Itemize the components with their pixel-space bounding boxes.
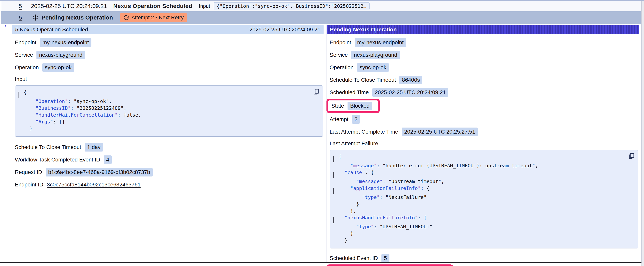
field-row-scheduled-time: Scheduled Time2025-02-25 UTC 20:24:09.21 [330,89,639,96]
collapse-chevron-icon[interactable] [333,217,334,223]
field-label-service: Service [15,52,33,58]
field-label-request-id: Request ID [15,169,42,175]
section-bottom-border [0,262,642,263]
event-id-link[interactable]: 5 [19,3,22,9]
json-line-gutter [17,98,24,100]
json-line-text: } [338,230,353,237]
input-label: Input [15,76,324,82]
copy-icon[interactable] [313,88,320,95]
event-title: Nexus Operation Scheduled [113,3,192,9]
field-row-request-id: Request IDb1c6a4bc-8ee7-468a-9169-df3b02… [15,168,324,176]
json-line: "type": "UPSTREAM_TIMEOUT" [332,223,634,230]
json-line-gutter [332,237,338,239]
collapse-chevron-icon[interactable] [333,156,334,162]
event-detail-header: 5 Nexus Operation Scheduled 2025-02-25 U… [12,25,324,34]
json-line: "message": "handler error (UPSTREAM_TIME… [332,162,634,169]
field-value-badge-operation: sync-op-ok [357,63,389,72]
field-row-schedule-to-close-timeout: Schedule To Close Timeout86400s [330,76,639,84]
field-label-last-attempt-complete-time: Last Attempt Complete Time [330,129,398,135]
field-value-badge-state: Blocked [348,102,372,110]
json-line-text: { [24,89,27,96]
field-row-endpoint-id: Endpoint ID3c0c75ccfa8144b092c13ce632463… [15,181,324,189]
retry-badge-label: Attempt 2 • Next Retry [131,15,184,21]
field-label-schedule-to-close-timeout: Schedule To Close Timeout [15,144,81,150]
field-row-service: Servicenexus-playground [330,51,639,59]
field-label-attempt: Attempt [330,116,348,122]
field-row-last-attempt-complete-time: Last Attempt Complete Time2025-02-25 UTC… [330,128,639,136]
field-row-state: StateBlocked [331,102,372,110]
event-detail-panel: 5 Nexus Operation Scheduled 2025-02-25 U… [12,24,326,263]
field-row-endpoint: Endpointmy-nexus-endpoint [15,39,324,46]
field-label-operation: Operation [15,64,39,71]
field-value-badge-attempt: 2 [352,115,360,124]
field-row-workflow-task-completed-event-id: Workflow Task Completed Event ID4 [15,156,324,164]
json-line-text: "Operation": "sync-op-ok", [24,98,112,105]
history-row-nexus-scheduled[interactable]: 5 2025-02-25 UTC 20:24:09.21 Nexus Opera… [1,1,641,11]
field-value-badge-workflow-task-completed-event-id: 4 [104,155,112,164]
collapse-chevron-icon[interactable] [333,188,334,194]
json-line: } [332,201,634,207]
json-line-gutter [332,162,338,164]
event-id-link[interactable]: 5 [19,14,22,21]
field-value-badge-operation: sync-op-ok [42,63,74,72]
json-line-text: } [338,201,359,207]
json-line-text: "nexusHandlerFailureInfo": { [338,214,427,221]
pending-operation-header-title: Pending Nexus Operation [330,27,397,33]
collapse-chevron-icon[interactable] [333,172,334,178]
collapse-chevron-icon[interactable] [18,92,19,98]
json-line-text: "type": "UPSTREAM_TIMEOUT" [338,223,432,230]
field-value-badge-endpoint: my-nexus-endpoint [355,38,406,47]
field-label-operation: Operation [330,64,354,71]
json-line: "type": "NexusFailure" [332,194,634,201]
field-value-badge-service: nexus-playground [351,51,400,59]
json-line-text: "applicationFailureInfo": { [338,185,430,192]
retry-icon [124,15,129,21]
json-line-gutter [17,112,24,114]
json-line-gutter [17,89,24,98]
pending-operation-title: Pending Nexus Operation [42,14,113,21]
field-value-badge-scheduled-time: 2025-02-25 UTC 20:24:09.21 [372,88,448,97]
copy-icon[interactable] [628,152,635,159]
json-line-gutter [332,201,338,203]
scrollbar-track[interactable] [642,1,644,266]
json-line-gutter [332,153,338,162]
annotation-highlight-blocked-reason: Blocked ReasonThe circuit breaker is ope… [326,264,453,266]
field-label-service: Service [330,52,348,58]
field-label-endpoint: Endpoint [15,39,36,46]
json-line: }, [332,207,634,214]
json-line-text: "HandlerWaitForCancellation": false, [24,112,141,118]
retry-badge: Attempt 2 • Next Retry [120,13,187,22]
json-line: "message": "upstream timeout", [332,178,634,185]
field-label-workflow-task-completed-event-id: Workflow Task Completed Event ID [15,157,100,163]
field-label-schedule-to-close-timeout: Schedule To Close Timeout [330,77,396,83]
field-row-service: Servicenexus-playground [15,51,324,59]
field-label-endpoint: Endpoint [330,39,351,46]
json-line-text: { [338,153,342,160]
json-line-text: "type": "NexusFailure" [338,194,427,201]
json-line: { [332,153,634,162]
json-line-gutter [332,194,338,196]
json-line-gutter [17,105,24,107]
field-label-scheduled-event-id: Scheduled Event ID [330,255,378,261]
failure-json-viewer: { "message": "handler error (UPSTREAM_TI… [330,150,638,248]
json-line-gutter [332,178,338,180]
field-label-endpoint-id: Endpoint ID [15,182,43,188]
field-row-schedule-to-close-timeout: Schedule To Close Timeout1 day [15,143,324,151]
field-value-link-endpoint-id[interactable]: 3c0c75ccfa8144b092c13ce632463761 [47,182,140,188]
event-detail-header-title: 5 Nexus Operation Scheduled [15,27,88,33]
pending-nexus-operation-row[interactable]: 5 Pending Nexus Operation Attempt 2 • Ne… [1,11,641,24]
json-line: } [332,237,634,244]
json-line-text: }, [338,207,356,214]
event-details-section: 5 Nexus Operation Scheduled 2025-02-25 U… [12,24,641,263]
json-line: } [17,125,319,132]
json-line: "Args": [] [17,118,319,125]
json-line: "Operation": "sync-op-ok", [17,98,319,105]
field-value-badge-request-id: b1c6a4bc-8ee7-468a-9169-df3b02c8737b [46,168,152,176]
json-line: "cause": { [332,169,634,178]
field-row-operation: Operationsync-op-ok [330,64,639,71]
json-line-text: "cause": { [338,169,374,176]
json-line-text: "Args": [] [24,118,65,125]
json-line: "BusinessID": "20250225122409", [17,105,319,112]
nexus-operation-star-icon [32,14,39,21]
event-timestamp: 2025-02-25 UTC 20:24:09.21 [31,3,107,9]
